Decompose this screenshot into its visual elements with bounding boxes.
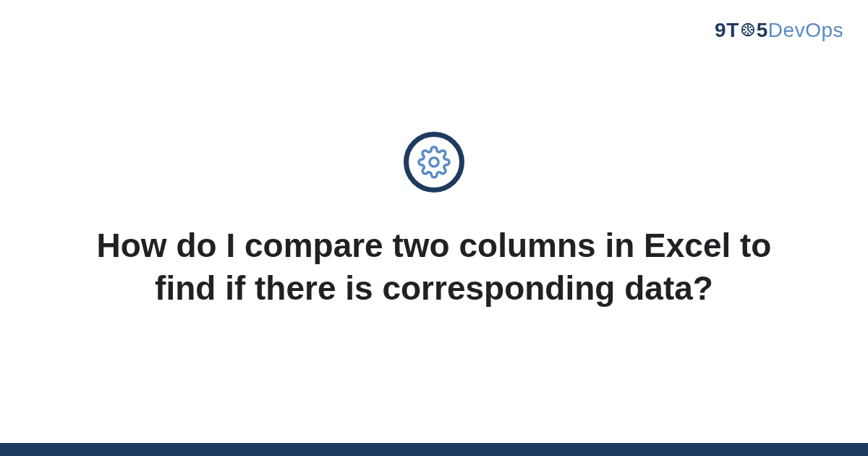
header-icon-circle (404, 132, 464, 193)
gear-icon (417, 145, 451, 179)
site-logo: 9T5DevOps (715, 19, 843, 43)
logo-text-2: 5 (757, 19, 768, 41)
gear-icon (740, 20, 756, 43)
main-content: How do I compare two columns in Excel to… (0, 0, 868, 456)
logo-text-1: 9T (715, 19, 739, 41)
page-title: How do I compare two columns in Excel to… (90, 224, 778, 310)
logo-text-3: DevOps (768, 19, 843, 41)
footer-bar (0, 443, 868, 456)
svg-point-1 (430, 158, 438, 166)
